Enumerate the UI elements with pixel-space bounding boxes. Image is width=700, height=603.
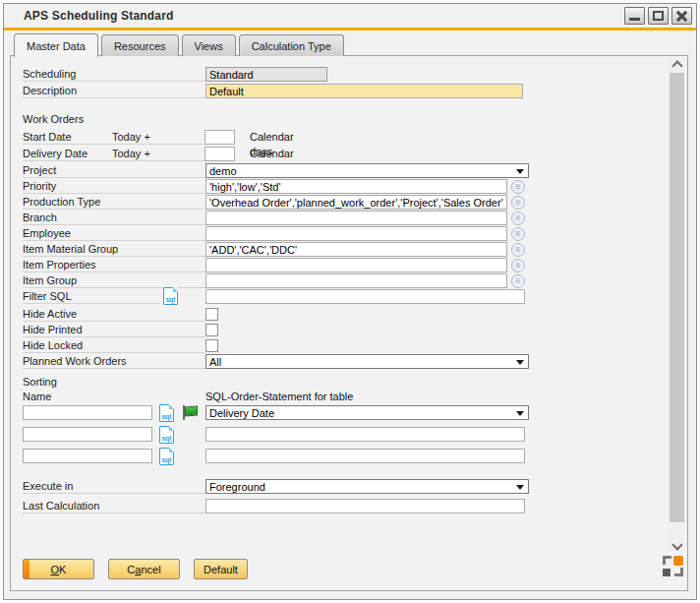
vertical-scrollbar[interactable] — [669, 58, 685, 552]
production-type-input[interactable]: 'Overhead Order','planned_work_order','P… — [205, 195, 507, 210]
tab-resources[interactable]: Resources — [101, 34, 179, 56]
last-calculation-input[interactable] — [205, 499, 525, 513]
window-controls — [624, 7, 692, 25]
green-flag-icon[interactable] — [181, 405, 198, 420]
selection-list-icon[interactable] — [511, 259, 525, 272]
work-orders-section-label: Work Orders — [23, 113, 84, 125]
tab-calculation-type[interactable]: Calculation Type — [239, 34, 344, 56]
sql-editor-icon[interactable]: sql — [163, 287, 178, 305]
sort-name-input-3[interactable] — [23, 449, 152, 463]
employee-label: Employee — [23, 226, 205, 241]
sort-name-input-1[interactable] — [23, 405, 152, 420]
ok-label-post: K — [59, 564, 66, 575]
sort-statement-input-3[interactable] — [205, 449, 525, 463]
hide-locked-label: Hide Locked — [23, 338, 205, 353]
minimize-icon[interactable] — [624, 7, 645, 25]
start-date-input[interactable] — [204, 130, 235, 145]
item-material-group-label: Item Material Group — [23, 242, 205, 257]
grip-corner — [663, 556, 671, 565]
project-label: Project — [23, 163, 205, 178]
window-title: APS Scheduling Standard — [4, 9, 174, 23]
sorting-section-label: Sorting — [23, 376, 57, 388]
grip-corner-dark — [663, 569, 671, 576]
description-label: Description — [23, 84, 205, 98]
production-type-label: Production Type — [23, 195, 205, 210]
hide-active-checkbox[interactable] — [205, 308, 218, 321]
description-input[interactable]: Default — [205, 84, 523, 98]
scheduling-field: Standard — [205, 67, 327, 82]
scrollbar-thumb[interactable] — [670, 73, 684, 522]
item-material-group-input[interactable]: 'ADD','CAC','DDC' — [205, 242, 507, 257]
sort-name-input-2[interactable] — [23, 427, 152, 442]
selection-list-icon[interactable] — [511, 196, 525, 210]
selection-list-icon[interactable] — [511, 227, 525, 241]
start-date-prefix: Today + — [112, 130, 150, 145]
sql-icon-text: sql — [160, 435, 173, 443]
selection-list-icon[interactable] — [511, 243, 525, 257]
item-properties-label: Item Properties — [23, 258, 205, 272]
maximize-icon[interactable] — [648, 7, 669, 25]
execute-in-label: Execute in — [23, 479, 205, 494]
selection-list-icon[interactable] — [511, 180, 525, 194]
hide-active-label: Hide Active — [23, 307, 205, 322]
sql-icon-text: sql — [160, 456, 173, 464]
chevron-down-icon — [516, 411, 524, 416]
aps-scheduling-window: APS Scheduling Standard Master Data Reso… — [3, 3, 697, 600]
project-value: demo — [209, 165, 237, 177]
execute-in-dropdown[interactable]: Foreground — [205, 479, 529, 494]
filter-sql-input[interactable] — [205, 289, 525, 304]
sql-editor-icon[interactable]: sql — [159, 404, 174, 422]
sort-statement-dropdown-1[interactable]: Delivery Date — [205, 405, 529, 420]
sql-editor-icon[interactable]: sql — [159, 448, 174, 465]
grip-corner — [674, 568, 683, 576]
cancel-label-post: ncel — [141, 564, 160, 575]
cancel-label-pre: C — [127, 564, 135, 575]
selection-list-icon[interactable] — [511, 274, 525, 288]
ok-label-accel: O — [51, 564, 60, 575]
delivery-date-label-text: Delivery Date — [23, 148, 88, 159]
planned-work-orders-dropdown[interactable]: All — [205, 354, 529, 369]
hide-printed-checkbox[interactable] — [205, 324, 218, 336]
hide-printed-label: Hide Printed — [23, 323, 205, 337]
start-date-label: Start Date Today + — [23, 130, 205, 145]
scroll-down-icon[interactable] — [669, 539, 685, 552]
item-group-input[interactable] — [205, 273, 507, 288]
branch-input[interactable] — [205, 211, 507, 225]
sorting-name-label: Name — [23, 390, 205, 404]
sql-editor-icon[interactable]: sql — [159, 426, 174, 444]
tab-views[interactable]: Views — [182, 34, 236, 56]
start-date-label-text: Start Date — [23, 131, 72, 143]
scroll-up-icon[interactable] — [669, 58, 685, 71]
sql-icon-text: sql — [160, 413, 173, 421]
selection-list-icon[interactable] — [511, 211, 525, 225]
priority-input[interactable]: 'high','low','Std' — [205, 179, 507, 194]
accent-line — [4, 28, 696, 30]
priority-label: Priority — [23, 179, 205, 194]
ok-button[interactable]: OK — [23, 559, 94, 579]
sort-statement-input-2[interactable] — [205, 427, 525, 442]
chevron-down-icon — [516, 485, 524, 490]
app-screen: APS Scheduling Standard Master Data Reso… — [0, 0, 700, 603]
close-icon[interactable] — [671, 7, 692, 25]
project-dropdown[interactable]: demo — [205, 163, 529, 178]
execute-in-value: Foreground — [209, 481, 265, 493]
filter-sql-label: Filter SQL — [23, 289, 160, 304]
item-group-label: Item Group — [23, 273, 205, 288]
delivery-date-prefix: Today + — [112, 147, 150, 161]
last-calculation-label: Last Calculation — [23, 499, 205, 513]
delivery-date-input[interactable] — [204, 147, 235, 161]
master-data-panel: Scheduling Standard Description Default … — [10, 55, 688, 591]
cancel-button[interactable]: Cancel — [108, 559, 180, 579]
tab-bar: Master Data Resources Views Calculation … — [14, 34, 344, 56]
resize-grip-icon[interactable] — [663, 556, 683, 576]
title-bar[interactable]: APS Scheduling Standard — [4, 4, 696, 28]
sort-statement-value-1: Delivery Date — [209, 407, 274, 419]
hide-locked-checkbox[interactable] — [205, 339, 218, 352]
sql-icon-text: sql — [164, 296, 177, 304]
item-properties-input[interactable] — [205, 258, 507, 272]
tab-master-data[interactable]: Master Data — [14, 33, 98, 57]
scheduling-label: Scheduling — [23, 67, 205, 82]
employee-input[interactable] — [205, 226, 507, 241]
default-button[interactable]: Default — [194, 559, 248, 579]
branch-label: Branch — [23, 211, 205, 225]
